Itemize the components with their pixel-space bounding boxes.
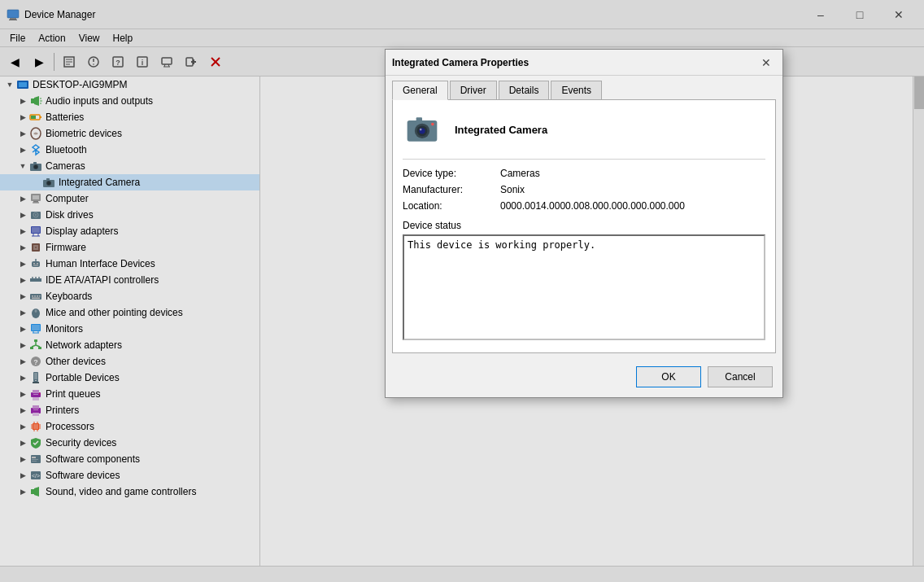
prop-type-value: Cameras	[500, 168, 540, 179]
prop-manufacturer-label: Manufacturer:	[403, 184, 500, 195]
prop-location-row: Location: 0000.0014.0000.008.000.000.000…	[403, 200, 765, 212]
prop-manufacturer-value: Sonix	[500, 184, 525, 195]
prop-type-row: Device type: Cameras	[403, 168, 765, 179]
device-status-section: Device status	[403, 220, 765, 343]
ok-button[interactable]: OK	[636, 366, 701, 387]
tab-content-general: Integrated Camera Device type: Cameras M…	[392, 99, 776, 353]
svg-point-125	[420, 129, 422, 131]
cancel-button[interactable]: Cancel	[708, 366, 773, 387]
modal-overlay: Integrated Camera Properties ✕ General D…	[0, 0, 924, 582]
tab-details[interactable]: Details	[499, 81, 550, 99]
device-name: Integrated Camera	[455, 124, 547, 136]
prop-manufacturer-row: Manufacturer: Sonix	[403, 184, 765, 195]
tab-bar: General Driver Details Events	[386, 76, 782, 99]
dialog-title: Integrated Camera Properties	[392, 57, 756, 68]
svg-rect-126	[416, 117, 422, 121]
device-status-text[interactable]	[403, 234, 765, 340]
properties-table: Device type: Cameras Manufacturer: Sonix…	[403, 168, 765, 212]
dialog-title-bar: Integrated Camera Properties ✕	[386, 50, 782, 76]
device-status-label: Device status	[403, 220, 765, 231]
dialog-footer: OK Cancel	[386, 360, 782, 397]
dialog-integrated-camera: Integrated Camera Properties ✕ General D…	[385, 49, 783, 398]
svg-point-127	[431, 123, 434, 126]
tab-events[interactable]: Events	[551, 81, 602, 99]
prop-location-value: 0000.0014.0000.008.000.000.000.000.000	[500, 200, 685, 212]
device-icon-large	[403, 110, 442, 149]
prop-location-label: Location:	[403, 200, 500, 212]
device-info: Integrated Camera	[403, 110, 765, 160]
dialog-close-button[interactable]: ✕	[756, 53, 776, 72]
prop-type-label: Device type:	[403, 168, 500, 179]
tab-general[interactable]: General	[392, 81, 448, 100]
tab-driver[interactable]: Driver	[450, 81, 497, 99]
